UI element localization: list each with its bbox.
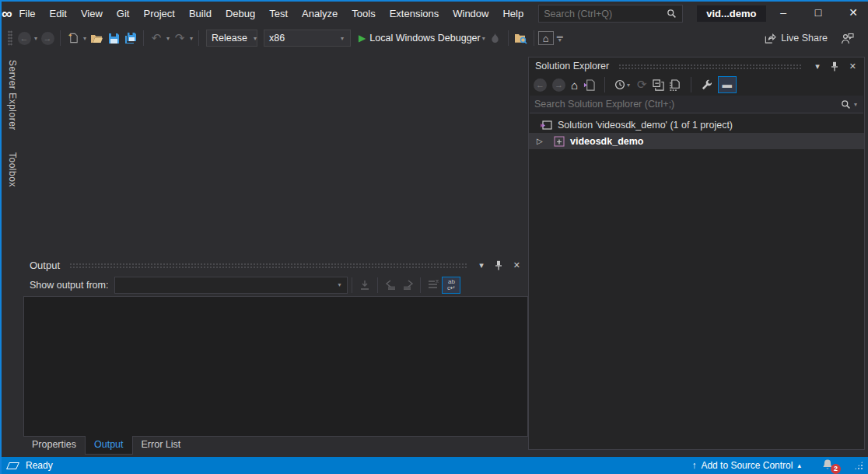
resize-grip[interactable] — [854, 461, 863, 470]
close-icon[interactable]: ✕ — [846, 61, 859, 71]
panel-drag-texture[interactable] — [618, 64, 803, 69]
pending-changes-filter-button[interactable]: ▾ — [614, 79, 632, 90]
new-project-dropdown-icon[interactable]: ▾ — [82, 35, 88, 42]
platform-dropdown[interactable]: x86 ▾ — [264, 30, 351, 47]
show-all-files-button[interactable] — [670, 79, 681, 91]
up-arrow-icon: ↑ — [691, 460, 696, 471]
home-button[interactable]: ⌂ — [538, 31, 554, 45]
quick-search-box[interactable] — [538, 5, 683, 23]
preview-selected-items-toggle[interactable]: ▬ — [718, 76, 737, 93]
start-debug-button[interactable]: Local Windows Debugger — [369, 33, 480, 44]
undo-dropdown-icon[interactable]: ▾ — [165, 35, 171, 42]
toolbox-tab[interactable]: Toolbox — [7, 148, 18, 192]
solution-explorer-search-box[interactable]: ▾ — [530, 96, 863, 113]
redo-dropdown-icon[interactable]: ▾ — [188, 35, 194, 42]
maximize-button[interactable]: □ — [801, 2, 836, 26]
find-in-files-button[interactable] — [513, 29, 529, 47]
menu-view[interactable]: View — [74, 2, 110, 26]
forward-arrow-icon: → — [41, 32, 54, 45]
window-position-dropdown-icon[interactable]: ▾ — [476, 260, 487, 270]
solution-explorer-search-input[interactable] — [534, 99, 840, 110]
switch-views-button[interactable] — [583, 79, 595, 91]
back-arrow-icon: ← — [18, 32, 31, 45]
folder-search-icon — [514, 33, 527, 44]
new-project-button[interactable]: ✦ — [65, 29, 81, 47]
toolbar-overflow-button[interactable]: ▬▾ — [557, 34, 563, 42]
find-message-in-code-button[interactable] — [357, 276, 373, 295]
menu-build[interactable]: Build — [182, 2, 219, 26]
pin-icon[interactable] — [492, 260, 506, 270]
search-options-dropdown-icon[interactable]: ▾ — [852, 101, 859, 108]
live-share-button[interactable]: Live Share — [764, 33, 828, 44]
tab-error-list[interactable]: Error List — [133, 437, 190, 455]
menu-project[interactable]: Project — [136, 2, 181, 26]
project-node-label: videosdk_demo — [570, 136, 643, 147]
project-node-row[interactable]: ▷ videosdk_demo — [529, 133, 864, 149]
chevron-down-icon: ▾ — [625, 82, 632, 89]
close-button[interactable]: ✕ — [836, 2, 868, 26]
save-button[interactable] — [106, 29, 121, 47]
hot-reload-button[interactable] — [488, 29, 503, 47]
notifications-button[interactable]: 2 — [821, 458, 837, 472]
sync-with-active-document-button[interactable]: ⟳ — [637, 78, 647, 92]
output-content[interactable] — [23, 296, 528, 437]
se-forward-button[interactable]: → — [552, 78, 565, 92]
left-tab-strip: Server Explorer Toolbox — [2, 51, 23, 192]
solution-explorer-header[interactable]: Solution Explorer ▾ ✕ — [529, 58, 864, 75]
menu-debug[interactable]: Debug — [219, 2, 262, 26]
menu-help[interactable]: Help — [495, 2, 530, 26]
toggle-word-wrap-button[interactable]: abc↵ — [442, 277, 460, 294]
menu-git[interactable]: Git — [110, 2, 137, 26]
clear-all-button[interactable] — [425, 276, 441, 295]
menu-test[interactable]: Test — [262, 2, 295, 26]
toolbar-grip[interactable] — [8, 30, 12, 46]
redo-button[interactable]: ↷ — [172, 29, 187, 47]
platform-value: x86 — [269, 33, 285, 44]
menu-extensions[interactable]: Extensions — [383, 2, 446, 26]
expand-chevron-icon[interactable]: ▷ — [537, 137, 546, 145]
menu-edit[interactable]: Edit — [43, 2, 74, 26]
add-to-source-control-label: Add to Source Control — [701, 460, 793, 471]
quick-search-input[interactable] — [544, 9, 665, 19]
add-to-source-control-button[interactable]: ↑ Add to Source Control ▴ — [691, 460, 801, 471]
navigate-forward-button[interactable]: → — [40, 29, 55, 47]
chevron-up-icon: ▴ — [797, 462, 801, 469]
output-panel-header[interactable]: Output ▾ ✕ — [23, 256, 528, 274]
debug-target-dropdown-icon[interactable]: ▾ — [481, 35, 487, 42]
feedback-button[interactable] — [839, 29, 855, 47]
minimize-button[interactable]: – — [766, 2, 801, 26]
collapse-all-button[interactable] — [653, 79, 664, 91]
window-position-dropdown-icon[interactable]: ▾ — [812, 61, 823, 71]
server-explorer-tab[interactable]: Server Explorer — [7, 55, 18, 135]
close-icon[interactable]: ✕ — [510, 260, 523, 270]
undo-button[interactable]: ↶ — [149, 29, 164, 47]
save-all-button[interactable] — [123, 29, 138, 47]
title-bar: ∞ File Edit View Git Project Build Debug… — [2, 2, 868, 26]
menu-tools[interactable]: Tools — [345, 2, 382, 26]
next-message-button[interactable] — [400, 276, 415, 295]
back-dropdown-icon[interactable]: ▾ — [33, 35, 39, 42]
se-back-button[interactable]: ← — [534, 78, 547, 92]
menu-analyze[interactable]: Analyze — [295, 2, 345, 26]
previous-message-button[interactable] — [383, 276, 398, 295]
live-share-icon — [764, 33, 776, 44]
new-file-icon: ✦ — [68, 32, 79, 44]
pin-icon[interactable] — [828, 61, 842, 71]
solution-node-row[interactable]: Solution 'videosdk_demo' (1 of 1 project… — [529, 117, 864, 133]
previous-message-icon — [385, 280, 397, 290]
tab-properties[interactable]: Properties — [23, 437, 85, 455]
output-panel: Output ▾ ✕ Show output from: ▾ — [23, 256, 528, 437]
background-tasks-icon[interactable] — [6, 462, 19, 469]
configuration-dropdown[interactable]: Release ▾ — [206, 30, 257, 47]
panel-drag-texture[interactable] — [69, 263, 467, 268]
se-home-button[interactable]: ⌂ — [571, 78, 578, 92]
menu-window[interactable]: Window — [446, 2, 495, 26]
properties-button[interactable] — [701, 79, 712, 91]
output-source-dropdown[interactable]: ▾ — [114, 277, 348, 294]
word-wrap-icon: abc↵ — [447, 279, 456, 291]
open-file-button[interactable] — [89, 29, 104, 47]
navigate-back-button[interactable]: ← — [16, 29, 32, 47]
tab-output[interactable]: Output — [85, 436, 133, 455]
menu-file[interactable]: File — [12, 2, 43, 26]
save-icon — [108, 33, 120, 44]
